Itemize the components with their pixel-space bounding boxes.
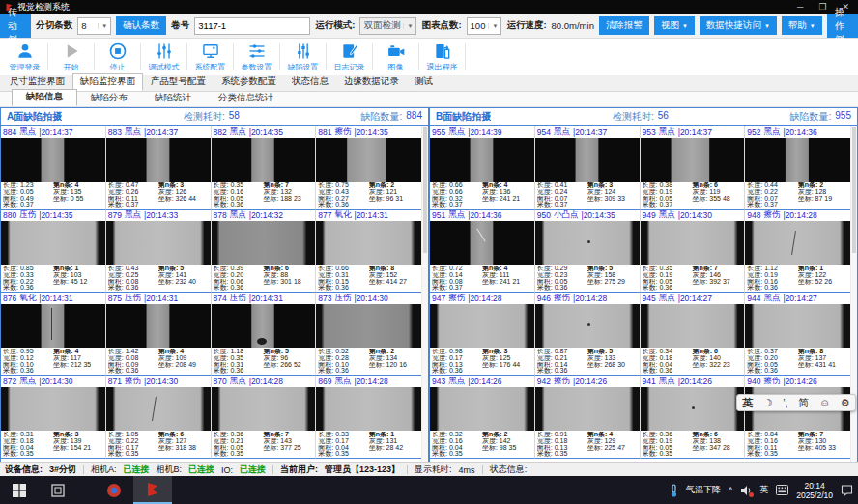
run-mode-select[interactable]: 双面检测 ▼ xyxy=(359,17,416,35)
gear-icon[interactable]: ⚙ xyxy=(841,397,850,409)
defect-cell[interactable]: 943 黑点 |20:14:26 长度:0.32 宽度:0.16 面积:0.04… xyxy=(430,376,535,459)
defect-cell[interactable]: 949 黑点 |20:14:30 长度:0.35 宽度:0.19 面积:0.05… xyxy=(641,210,746,293)
help-menu-button[interactable]: 帮助 ▼ xyxy=(782,16,822,35)
stop-button[interactable]: 停止 xyxy=(95,41,140,72)
admin-login-button[interactable]: 管理登录 xyxy=(2,41,47,72)
ime-language-indicator[interactable]: 英 xyxy=(759,484,768,496)
emoji-icon[interactable]: ☺ xyxy=(819,397,830,408)
maximize-button[interactable]: ❐ xyxy=(818,2,826,12)
defect-cell[interactable]: 881 擦伤 |20:14:35 长度:0.75 宽度:0.43 面积:0.27… xyxy=(316,126,421,210)
defect-image[interactable] xyxy=(316,221,421,265)
defect-cell[interactable]: 878 黑点 |20:14:32 长度:0.39 宽度:0.20 面积:0.06… xyxy=(212,210,317,293)
defect-cell[interactable]: 876 氧化 |20:14:31 长度:0.95 宽度:0.12 面积:0.10… xyxy=(1,293,106,376)
defect-image[interactable] xyxy=(212,138,316,182)
defect-image[interactable] xyxy=(745,221,850,265)
taskbar-app-inspection[interactable] xyxy=(133,476,172,504)
defect-cell[interactable]: 946 擦伤 |20:14:28 长度:0.87 宽度:0.21 面积:0.14… xyxy=(535,293,641,376)
data-quick-access-button[interactable]: 数据快捷访问 ▼ xyxy=(700,16,777,35)
defect-cell[interactable]: 873 压伤 |20:14:30 长度:0.52 宽度:0.28 面积:0.10… xyxy=(316,293,421,376)
weather-text[interactable]: 气温下降 xyxy=(686,484,721,496)
defect-cell[interactable]: 950 小凸点 |20:14:35 长度:0.29 宽度:0.23 面积:0.0… xyxy=(535,210,641,293)
chart-points-select[interactable]: 100 ▼ xyxy=(467,17,502,35)
defect-cell[interactable]: 874 压伤 |20:14:31 长度:1.18 宽度:0.35 面积:0.31… xyxy=(212,293,317,376)
defect-image[interactable] xyxy=(641,138,745,182)
start-button[interactable]: 开始 xyxy=(48,41,94,72)
start-button[interactable] xyxy=(0,476,39,504)
system-config-button[interactable]: 系统配置 xyxy=(187,41,233,72)
defect-cell[interactable]: 940 擦伤 |20:14:26 长度:0.84 宽度:0.16 面积:0.11… xyxy=(745,376,850,459)
defect-image[interactable] xyxy=(745,304,850,348)
scrollbar-a[interactable] xyxy=(421,126,428,462)
defect-cell[interactable]: 955 黑点 |20:14:39 长度:0.66 宽度:0.66 面积:0.32… xyxy=(430,126,535,210)
defect-image[interactable] xyxy=(430,304,534,348)
tab-system-param-config[interactable]: 系统参数配置 xyxy=(214,73,284,91)
defect-image[interactable] xyxy=(1,138,105,182)
defect-cell[interactable]: 945 黑点 |20:14:27 长度:0.34 宽度:0.18 面积:0.04… xyxy=(641,293,746,376)
defect-image[interactable] xyxy=(1,304,105,348)
defect-cell[interactable]: 941 黑点 |20:14:26 长度:0.36 宽度:0.19 面积:0.05… xyxy=(641,376,746,459)
taskbar-clock[interactable]: 20:14 2025/2/10 xyxy=(796,481,833,500)
defect-cell[interactable]: 870 黑点 |20:14:28 长度:0.36 宽度:0.21 面积:0.05… xyxy=(212,376,317,459)
defect-image[interactable] xyxy=(316,387,421,431)
defect-image[interactable] xyxy=(316,138,421,182)
tab-product-model-config[interactable]: 产品型号配置 xyxy=(143,73,214,91)
view-menu-button[interactable]: 视图 ▼ xyxy=(654,16,695,35)
defect-image[interactable] xyxy=(212,304,316,348)
defect-cell[interactable]: 944 黑点 |20:14:27 长度:0.37 宽度:0.20 面积:0.05… xyxy=(745,293,850,376)
minimize-button[interactable]: ─ xyxy=(797,2,803,12)
defect-image[interactable] xyxy=(212,221,316,265)
scrollbar-thumb[interactable] xyxy=(852,127,856,253)
defect-image[interactable] xyxy=(745,138,850,182)
parameter-settings-button[interactable]: 参数设置 xyxy=(234,41,279,72)
defect-cell[interactable]: 882 黑点 |20:14:35 长度:0.35 宽度:0.16 面积:0.05… xyxy=(212,126,317,210)
roll-number-input[interactable] xyxy=(194,17,310,35)
defect-cell[interactable]: 869 黑点 |20:14:28 长度:0.33 宽度:0.17 面积:0.04… xyxy=(316,376,421,459)
touch-keyboard-icon[interactable] xyxy=(776,485,788,495)
log-record-button[interactable]: 日志记录 xyxy=(327,41,372,72)
defect-cell[interactable]: 872 黑点 |20:14:30 长度:0.31 宽度:0.18 面积:0.04… xyxy=(1,376,106,459)
tab-status-info[interactable]: 状态信息 xyxy=(284,73,336,91)
defect-image[interactable] xyxy=(641,221,745,265)
moon-icon[interactable]: ☽ xyxy=(763,397,773,409)
defect-image[interactable] xyxy=(641,304,745,348)
defect-image[interactable] xyxy=(535,138,640,182)
subtab-defect-info[interactable]: 缺陷信息 xyxy=(12,89,77,106)
tab-defect-monitor[interactable]: 缺陷监控界面 xyxy=(72,73,143,91)
defect-cell[interactable]: 953 黑点 |20:14:37 长度:0.38 宽度:0.19 面积:0.05… xyxy=(641,126,746,210)
defect-image[interactable] xyxy=(1,387,105,431)
defect-image[interactable] xyxy=(106,304,211,348)
ime-punctuation-toggle[interactable]: ’, xyxy=(783,397,788,408)
defect-image[interactable] xyxy=(212,387,316,431)
defect-cell[interactable]: 947 擦伤 |20:14:28 长度:0.98 宽度:0.17 面积:0.13… xyxy=(430,293,535,376)
subtab-defect-statistics[interactable]: 缺陷统计 xyxy=(141,91,205,106)
defect-image[interactable] xyxy=(535,304,640,348)
exit-program-button[interactable]: 退出程序 xyxy=(419,41,465,72)
tab-edge-data-record[interactable]: 边缘数据记录 xyxy=(336,73,407,91)
defect-image[interactable] xyxy=(106,221,211,265)
defect-cell[interactable]: 954 黑点 |20:14:37 长度:0.41 宽度:0.24 面积:0.07… xyxy=(535,126,641,210)
defect-image[interactable] xyxy=(641,387,745,431)
clear-alarm-button[interactable]: 清除报警 xyxy=(599,16,649,35)
subtab-class-info-statistics[interactable]: 分类信息统计 xyxy=(205,91,287,106)
tray-expand-chevron[interactable]: ^ xyxy=(729,486,732,495)
defect-cell[interactable]: 880 压伤 |20:14:35 长度:0.85 宽度:0.33 面积:0.22… xyxy=(1,210,106,293)
defect-image[interactable] xyxy=(106,138,211,182)
defect-cell[interactable]: 875 压伤 |20:14:31 长度:1.42 宽度:0.08 面积:0.09… xyxy=(106,293,212,376)
task-view-button[interactable] xyxy=(39,476,77,504)
defect-image[interactable] xyxy=(535,221,640,265)
defect-cell[interactable]: 951 黑点 |20:14:36 长度:0.72 宽度:0.14 面积:0.08… xyxy=(430,210,535,293)
notification-center-icon[interactable] xyxy=(841,485,853,496)
defect-image[interactable] xyxy=(430,221,534,265)
defect-image[interactable] xyxy=(430,138,534,182)
slit-count-select[interactable]: 8 ▼ xyxy=(77,17,111,35)
defect-cell[interactable]: 871 擦伤 |20:14:30 长度:1.05 宽度:0.22 面积:0.17… xyxy=(106,376,212,459)
speaker-icon[interactable] xyxy=(740,485,752,496)
defect-image[interactable] xyxy=(316,304,421,348)
confirm-count-button[interactable]: 确认条数 xyxy=(116,16,166,35)
image-button[interactable]: 图像 xyxy=(373,41,418,72)
defect-cell[interactable]: 883 黑点 |20:14:37 长度:0.47 宽度:0.26 面积:0.11… xyxy=(106,126,212,210)
defect-cell[interactable]: 884 黑点 |20:14:37 长度:1.23 宽度:0.05 面积:0.49… xyxy=(1,126,106,210)
ime-simplified-toggle[interactable]: 简 xyxy=(798,396,809,410)
scrollbar-thumb[interactable] xyxy=(423,127,427,253)
taskbar-app-browser[interactable] xyxy=(95,476,133,504)
